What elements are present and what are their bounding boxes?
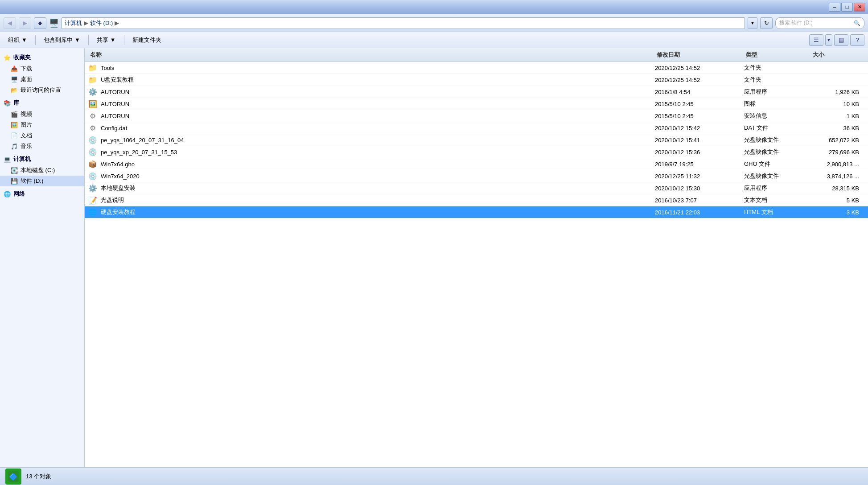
file-row[interactable]: ⚙ AUTORUN 2015/5/10 2:45 安装信息 1 KB: [85, 110, 868, 122]
file-modified: 2016/1/8 4:54: [655, 89, 744, 95]
recent-icon: 📂: [11, 87, 18, 94]
new-folder-button[interactable]: 新建文件夹: [128, 34, 166, 46]
up-button[interactable]: [34, 17, 46, 29]
sidebar-item-soft-d[interactable]: 💾 软件 (D:): [0, 176, 84, 186]
file-row[interactable]: 📁 Tools 2020/12/25 14:52 文件夹: [85, 62, 868, 74]
image-icon: 🖼️: [11, 122, 18, 128]
file-modified: 2020/10/12 15:30: [655, 185, 744, 192]
share-button[interactable]: 共享 ▼: [92, 34, 120, 46]
file-modified: 2016/10/23 7:07: [655, 197, 744, 204]
file-icon: 💿: [88, 172, 97, 181]
file-name: Win7x64_2020: [101, 173, 140, 180]
sidebar-item-image[interactable]: 🖼️ 图片: [0, 119, 84, 130]
file-name-cell: 📦 Win7x64.gho: [88, 160, 655, 169]
share-arrow: ▼: [110, 37, 116, 43]
sidebar-network-section: 🌐 网络: [0, 188, 84, 200]
file-modified: 2016/11/21 22:03: [655, 209, 744, 216]
library-label: 包含到库中: [44, 36, 73, 44]
file-size: 3 KB: [811, 209, 864, 216]
file-list-container[interactable]: 名称 修改日期 类型 大小 📁 Tools 2020/12/25 14:52 文…: [85, 48, 868, 467]
file-type: 光盘映像文件: [744, 136, 811, 144]
file-type: HTML 文档: [744, 208, 811, 216]
help-button[interactable]: ?: [850, 34, 864, 46]
file-icon: ⚙: [88, 111, 97, 120]
file-modified: 2020/10/12 15:36: [655, 149, 744, 156]
col-modified[interactable]: 修改日期: [655, 50, 744, 60]
file-type: DAT 文件: [744, 124, 811, 132]
file-modified: 2020/10/12 15:41: [655, 137, 744, 144]
file-name-cell: 📁 Tools: [88, 63, 655, 72]
file-list-header: 名称 修改日期 类型 大小: [85, 48, 868, 62]
sidebar-favorites-section: ⭐ 收藏夹 📥 下载 🖥️ 桌面 📂 最近访问的位置: [0, 52, 84, 95]
star-icon: ⭐: [4, 54, 11, 61]
file-size: 652,072 KB: [811, 137, 864, 144]
sidebar-computer-section: 💻 计算机 💽 本地磁盘 (C:) 💾 软件 (D:): [0, 153, 84, 186]
library-button[interactable]: 包含到库中 ▼: [39, 34, 85, 46]
file-modified: 2020/12/25 14:52: [655, 77, 744, 83]
sidebar-favorites-header[interactable]: ⭐ 收藏夹: [0, 52, 84, 63]
statusbar: 🔷 13 个对象: [0, 467, 868, 485]
view-button[interactable]: ☰: [809, 34, 823, 46]
back-button[interactable]: ◀: [4, 17, 16, 29]
file-size: 279,696 KB: [811, 149, 864, 156]
file-icon: 🌐: [88, 208, 97, 217]
breadcrumb-drive[interactable]: 软件 (D:): [90, 19, 113, 27]
breadcrumb-sep-1: ▶: [84, 20, 88, 26]
file-name-cell: ⚙️ 本地硬盘安装: [88, 184, 655, 193]
maximize-button[interactable]: □: [841, 3, 853, 12]
file-row[interactable]: ⚙️ 本地硬盘安装 2020/10/12 15:30 应用程序 28,315 K…: [85, 182, 868, 194]
file-name: AUTORUN: [101, 89, 129, 95]
file-name-cell: ⚙ AUTORUN: [88, 111, 655, 120]
file-row[interactable]: 🖼️ AUTORUN 2015/5/10 2:45 图标 10 KB: [85, 98, 868, 110]
file-type: 文件夹: [744, 64, 811, 72]
file-row[interactable]: 🌐 硬盘安装教程 2016/11/21 22:03 HTML 文档 3 KB: [85, 206, 868, 218]
sidebar-item-download[interactable]: 📥 下载: [0, 63, 84, 74]
close-button[interactable]: ✕: [854, 3, 865, 12]
refresh-button[interactable]: ↻: [760, 17, 773, 29]
addressbar: ◀ ▶ 🖥️ 计算机 ▶ 软件 (D:) ▶ ▼ ↻ 搜索 软件 (D:) 🔍: [0, 14, 868, 32]
file-row[interactable]: ⚙ Config.dat 2020/10/12 15:42 DAT 文件 36 …: [85, 122, 868, 134]
file-row[interactable]: ⚙️ AUTORUN 2016/1/8 4:54 应用程序 1,926 KB: [85, 86, 868, 98]
sidebar-library-header[interactable]: 📚 库: [0, 97, 84, 109]
library-icon: 📚: [4, 100, 11, 107]
main-layout: ⭐ 收藏夹 📥 下载 🖥️ 桌面 📂 最近访问的位置 📚 库: [0, 48, 868, 467]
minimize-button[interactable]: ─: [829, 3, 840, 12]
sidebar-computer-header[interactable]: 💻 计算机: [0, 153, 84, 165]
preview-button[interactable]: ▤: [834, 34, 848, 46]
col-size[interactable]: 大小: [811, 50, 864, 60]
col-name[interactable]: 名称: [88, 50, 655, 60]
sidebar-item-music[interactable]: 🎵 音乐: [0, 141, 84, 152]
search-bar[interactable]: 搜索 软件 (D:) 🔍: [775, 17, 864, 29]
file-type: 应用程序: [744, 88, 811, 96]
file-type: 光盘映像文件: [744, 172, 811, 180]
sidebar-item-local-c[interactable]: 💽 本地磁盘 (C:): [0, 165, 84, 176]
view-dropdown[interactable]: ▼: [825, 34, 832, 46]
file-type: 安装信息: [744, 112, 811, 120]
file-row[interactable]: 💿 Win7x64_2020 2020/12/25 11:32 光盘映像文件 3…: [85, 170, 868, 182]
file-name: Config.dat: [101, 125, 127, 132]
library-arrow: ▼: [74, 37, 80, 43]
sidebar-item-desktop[interactable]: 🖥️ 桌面: [0, 74, 84, 85]
file-row[interactable]: 💿 pe_yqs_1064_20_07_31_16_04 2020/10/12 …: [85, 134, 868, 146]
breadcrumb-computer[interactable]: 计算机: [65, 19, 82, 27]
address-dropdown[interactable]: ▼: [748, 17, 757, 29]
sidebar-network-header[interactable]: 🌐 网络: [0, 188, 84, 200]
file-modified: 2015/5/10 2:45: [655, 101, 744, 107]
file-modified: 2020/10/12 15:42: [655, 125, 744, 132]
computer-icon: 🖥️: [49, 18, 59, 28]
forward-button[interactable]: ▶: [19, 17, 31, 29]
file-row[interactable]: 💿 pe_yqs_xp_20_07_31_15_53 2020/10/12 15…: [85, 146, 868, 158]
sidebar-item-recent[interactable]: 📂 最近访问的位置: [0, 85, 84, 95]
doc-icon: 📄: [11, 132, 18, 139]
file-modified: 2015/5/10 2:45: [655, 113, 744, 119]
toolbar-divider-1: [35, 35, 36, 45]
file-row[interactable]: 📦 Win7x64.gho 2019/9/7 19:25 GHO 文件 2,90…: [85, 158, 868, 170]
sidebar-item-video[interactable]: 🎬 视频: [0, 109, 84, 119]
file-row[interactable]: 📁 U盘安装教程 2020/12/25 14:52 文件夹: [85, 74, 868, 86]
file-icon: 🖼️: [88, 99, 97, 108]
file-icon: ⚙️: [88, 87, 97, 96]
file-row[interactable]: 📝 光盘说明 2016/10/23 7:07 文本文档 5 KB: [85, 194, 868, 206]
col-type[interactable]: 类型: [744, 50, 811, 60]
sidebar-item-doc[interactable]: 📄 文档: [0, 130, 84, 141]
organize-button[interactable]: 组织 ▼: [4, 34, 32, 46]
